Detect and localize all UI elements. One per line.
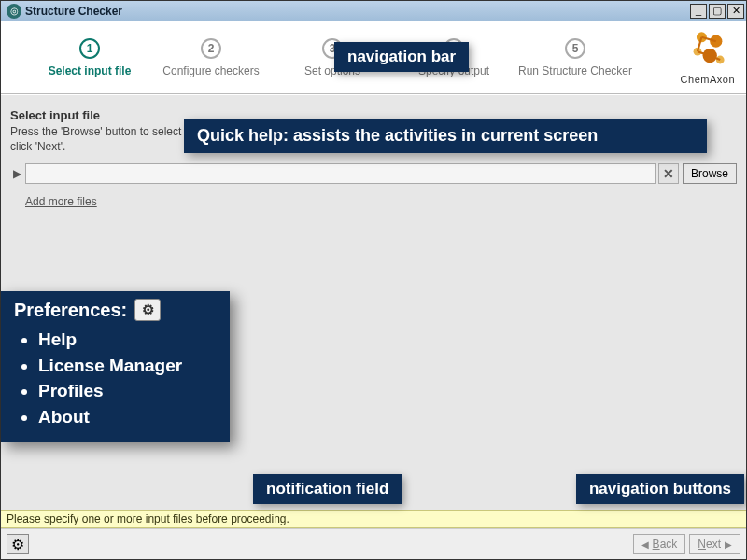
step-number: 1 — [79, 38, 100, 59]
step-label: Run Structure Checker — [518, 64, 632, 77]
file-input-row: ▶ ✕ Browse — [10, 163, 737, 184]
maximize-button[interactable]: ▢ — [709, 4, 726, 19]
notification-bar: Please specify one or more input files b… — [1, 510, 746, 528]
title-bar: ◎ Structure Checker _ ▢ ✕ — [1, 1, 746, 21]
preferences-item: Profiles — [38, 378, 217, 404]
step-label: Select input file — [49, 64, 132, 77]
chemaxon-logo-icon — [686, 29, 729, 70]
step-number: 2 — [201, 38, 221, 59]
expand-icon[interactable]: ▶ — [10, 167, 23, 180]
preferences-title: Preferences: — [14, 300, 127, 321]
brand-logo: ChemAxon — [681, 29, 735, 85]
wizard-nav-bar: 1 Select input file 2 Configure checkers… — [1, 21, 746, 94]
gear-icon: ⚙ — [11, 536, 24, 553]
annotation-nav-buttons: navigation buttons — [576, 474, 744, 504]
browse-button[interactable]: Browse — [683, 163, 737, 184]
close-button[interactable]: ✕ — [727, 4, 744, 19]
step-label: Configure checkers — [162, 64, 259, 77]
preferences-item: License Manager — [38, 353, 217, 379]
wizard-step-5[interactable]: 5 Run Structure Checker — [514, 38, 636, 77]
app-icon: ◎ — [7, 4, 21, 19]
annotation-preferences: Preferences: ⚙ Help License Manager Prof… — [1, 291, 230, 442]
annotation-quick-help: Quick help: assists the activities in cu… — [184, 119, 707, 153]
main-pane: Select input file Press the 'Browse' but… — [1, 94, 746, 510]
preferences-item: About — [38, 404, 217, 430]
minimize-button[interactable]: _ — [690, 4, 707, 19]
file-path-input[interactable] — [25, 163, 656, 184]
step-number: 5 — [565, 38, 585, 59]
back-button[interactable]: ◀ Back — [633, 534, 686, 554]
brand-name: ChemAxon — [681, 74, 735, 85]
arrow-right-icon: ▶ — [725, 539, 732, 550]
preferences-item: Help — [38, 327, 217, 353]
arrow-left-icon: ◀ — [641, 539, 649, 550]
next-button[interactable]: Next ▶ — [689, 534, 740, 554]
footer-bar: ⚙ ◀ Back Next ▶ — [1, 528, 746, 559]
next-label: Next — [698, 538, 721, 551]
back-label: Back — [653, 538, 678, 551]
wizard-step-2[interactable]: 2 Configure checkers — [150, 38, 272, 77]
svg-point-1 — [710, 35, 722, 48]
window-title: Structure Checker — [25, 5, 122, 18]
wizard-step-1[interactable]: 1 Select input file — [29, 38, 150, 77]
annotation-notification: notification field — [253, 474, 402, 504]
annotation-navbar: navigation bar — [334, 42, 469, 72]
clear-file-button[interactable]: ✕ — [658, 163, 679, 184]
app-window: ◎ Structure Checker _ ▢ ✕ 1 Select input… — [0, 0, 747, 560]
gear-icon: ⚙ — [134, 299, 161, 321]
add-more-files-link[interactable]: Add more files — [25, 195, 97, 208]
preferences-button[interactable]: ⚙ — [7, 534, 29, 554]
